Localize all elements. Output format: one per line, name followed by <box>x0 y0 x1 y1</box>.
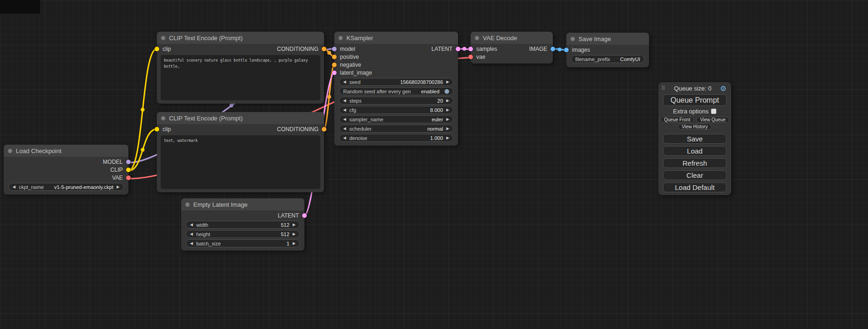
decrement-arrow-icon[interactable]: ◀ <box>343 127 346 131</box>
collapse-dot-icon[interactable] <box>8 149 12 153</box>
decrement-arrow-icon[interactable]: ◀ <box>343 136 346 140</box>
widget-batch-size[interactable]: ◀ batch_size 1 ▶ <box>186 239 300 247</box>
input-dot-latent-image[interactable] <box>332 70 337 75</box>
output-dot-vae[interactable] <box>126 175 131 180</box>
save-button[interactable]: Save <box>663 134 727 144</box>
collapse-dot-icon[interactable] <box>339 36 343 40</box>
increment-arrow-icon[interactable]: ▶ <box>293 223 296 227</box>
clear-button[interactable]: Clear <box>663 170 727 180</box>
load-default-button[interactable]: Load Default <box>663 182 727 192</box>
widget-label: width <box>196 222 208 228</box>
input-dot-clip[interactable] <box>155 47 159 51</box>
node-vae-decode[interactable]: VAE Decode samples IMAGE vae <box>471 32 553 63</box>
output-label-model: MODEL <box>103 159 123 165</box>
view-queue-button[interactable]: View Queue <box>696 117 729 123</box>
widget-filename-prefix[interactable]: filename_prefix ComfyUI <box>571 55 644 63</box>
output-dot-image[interactable] <box>550 47 555 51</box>
decrement-arrow-icon[interactable]: ◀ <box>343 118 346 121</box>
increment-arrow-icon[interactable]: ▶ <box>117 185 120 189</box>
increment-arrow-icon[interactable]: ▶ <box>446 99 449 103</box>
prompt-textarea[interactable]: beautiful scenery nature glass bottle la… <box>161 55 320 100</box>
link-midpoint-dot <box>230 104 233 107</box>
widget-ckpt-name[interactable]: ◀ ckpt_name v1-5-pruned-emaonly.ckpt ▶ <box>8 183 124 191</box>
view-history-button[interactable]: View History <box>678 124 711 130</box>
input-label-clip: clip <box>162 126 171 133</box>
decrement-arrow-icon[interactable]: ◀ <box>343 80 346 84</box>
node-empty-latent-image[interactable]: Empty Latent Image LATENT ◀ width 512 ▶ … <box>181 198 304 251</box>
decrement-arrow-icon[interactable]: ◀ <box>190 242 193 245</box>
node-title-bar[interactable]: Empty Latent Image <box>181 198 304 210</box>
increment-arrow-icon[interactable]: ▶ <box>446 127 449 131</box>
increment-arrow-icon[interactable]: ▶ <box>446 108 449 112</box>
node-title-bar[interactable]: KSampler <box>334 32 458 44</box>
widget-sampler-name[interactable]: ◀ sampler_name euler ▶ <box>339 115 453 123</box>
increment-arrow-icon[interactable]: ▶ <box>446 80 449 84</box>
link-midpoint-dot <box>141 148 145 152</box>
widget-seed[interactable]: ◀ seed 156680208700286 ▶ <box>339 78 453 86</box>
widget-width[interactable]: ◀ width 512 ▶ <box>186 221 300 229</box>
node-clip-text-encode-negative[interactable]: CLIP Text Encode (Prompt) clip CONDITION… <box>157 112 324 192</box>
settings-gear-icon[interactable]: ⚙ <box>720 85 727 92</box>
node-title: Load Checkpoint <box>16 147 62 154</box>
output-dot-conditioning[interactable] <box>322 47 326 51</box>
collapse-dot-icon[interactable] <box>161 36 165 40</box>
widget-value: 8.000 <box>430 107 443 113</box>
decrement-arrow-icon[interactable]: ◀ <box>190 232 193 236</box>
decrement-arrow-icon[interactable]: ◀ <box>343 108 346 112</box>
drag-handle-icon[interactable]: ⠿ <box>661 85 665 91</box>
input-dot-model[interactable] <box>332 47 337 51</box>
node-clip-text-encode-positive[interactable]: CLIP Text Encode (Prompt) clip CONDITION… <box>157 32 324 104</box>
extra-options-checkbox[interactable] <box>711 109 716 114</box>
link-midpoint-dot <box>463 47 466 51</box>
decrement-arrow-icon[interactable]: ◀ <box>13 185 15 189</box>
refresh-button[interactable]: Refresh <box>663 158 727 168</box>
output-dot-clip[interactable] <box>126 168 131 172</box>
queue-front-button[interactable]: Queue Front <box>660 117 694 123</box>
widget-value: 1 <box>287 241 289 246</box>
input-dot-vae[interactable] <box>468 55 473 59</box>
collapse-dot-icon[interactable] <box>161 116 165 120</box>
input-dot-negative[interactable] <box>332 63 337 67</box>
collapse-dot-icon[interactable] <box>475 36 479 40</box>
output-row-latent: LATENT <box>181 211 304 219</box>
output-dot-model[interactable] <box>126 160 131 164</box>
input-dot-positive[interactable] <box>332 55 337 59</box>
increment-arrow-icon[interactable]: ▶ <box>293 232 296 236</box>
increment-arrow-icon[interactable]: ▶ <box>446 136 449 140</box>
decrement-arrow-icon[interactable]: ◀ <box>190 223 193 227</box>
wire-clip-to-negative <box>128 129 157 171</box>
node-load-checkpoint[interactable]: Load Checkpoint MODEL CLIP VAE ◀ ckpt_na… <box>4 145 128 195</box>
node-ksampler[interactable]: KSampler model LATENT positive negative … <box>334 32 458 146</box>
collapse-dot-icon[interactable] <box>571 37 575 41</box>
decrement-arrow-icon[interactable]: ◀ <box>343 99 346 103</box>
node-save-image[interactable]: Save Image images filename_prefix ComfyU… <box>566 33 649 67</box>
widget-value: euler <box>431 117 443 122</box>
widget-label: filename_prefix <box>575 56 610 62</box>
increment-arrow-icon[interactable]: ▶ <box>293 242 296 245</box>
node-title-bar[interactable]: VAE Decode <box>471 32 553 44</box>
input-dot-samples[interactable] <box>468 47 473 51</box>
widget-steps[interactable]: ◀ steps 20 ▶ <box>339 97 453 105</box>
increment-arrow-icon[interactable]: ▶ <box>446 118 449 121</box>
input-dot-clip[interactable] <box>155 127 159 132</box>
output-row-model: MODEL <box>4 158 128 166</box>
widget-scheduler[interactable]: ◀ scheduler normal ▶ <box>339 125 453 133</box>
prompt-textarea[interactable]: text, watermark <box>161 135 320 189</box>
node-title-bar[interactable]: Save Image <box>566 33 649 45</box>
toggle-indicator[interactable] <box>445 89 449 94</box>
node-title-bar[interactable]: CLIP Text Encode (Prompt) <box>157 112 324 124</box>
output-dot-latent[interactable] <box>302 213 307 218</box>
widget-denoise[interactable]: ◀ denoise 1.000 ▶ <box>339 134 453 142</box>
output-dot-latent[interactable] <box>456 47 460 51</box>
node-title-bar[interactable]: Load Checkpoint <box>4 145 128 157</box>
widget-control-after-generate[interactable]: Random seed after every gen enabled <box>339 87 453 95</box>
input-dot-images[interactable] <box>564 48 569 52</box>
widget-height[interactable]: ◀ height 512 ▶ <box>186 230 300 238</box>
output-dot-conditioning[interactable] <box>322 127 326 132</box>
load-button[interactable]: Load <box>663 146 727 156</box>
widget-value: v1-5-pruned-emaonly.ckpt <box>54 184 113 190</box>
node-title-bar[interactable]: CLIP Text Encode (Prompt) <box>157 32 324 44</box>
queue-prompt-button[interactable]: Queue Prompt <box>663 94 727 106</box>
widget-cfg[interactable]: ◀ cfg 8.000 ▶ <box>339 106 453 114</box>
collapse-dot-icon[interactable] <box>185 203 190 207</box>
